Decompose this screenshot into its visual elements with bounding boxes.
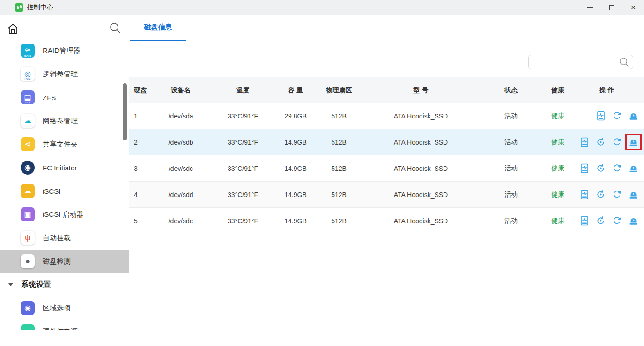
sleep-test-icon[interactable]: z	[612, 216, 622, 226]
cell-actions: z	[570, 111, 644, 121]
search-icon	[619, 57, 629, 67]
cell-health: 健康	[546, 164, 570, 173]
table-row-disk-1[interactable]: 1/dev/sda33°C/91°F29.8GB512BATA Hoodisk_…	[129, 103, 644, 129]
cell-id: 2	[134, 139, 155, 146]
cell-capacity: 14.9GB	[279, 191, 312, 199]
restore-scan-icon[interactable]	[596, 163, 606, 173]
cell-temp: 33°C/91°F	[207, 112, 279, 120]
cell-id: 4	[134, 191, 155, 199]
icon-badge: ZFS	[21, 101, 35, 104]
fc-initiator-icon: ◉	[21, 161, 35, 175]
content: 硬盘设备名温度容 量物理扇区型 号状态健康操 作 1/dev/sda33°C/9…	[129, 41, 644, 346]
cell-actions: z	[570, 190, 644, 199]
column-header-temp: 温度	[207, 86, 279, 95]
sidebar-item-label: RAID管理器	[43, 46, 81, 55]
icon-badge: LVM	[21, 78, 35, 81]
sidebar-item-region-options[interactable]: ◉区域选项	[0, 296, 129, 320]
restore-scan-icon[interactable]	[596, 137, 606, 147]
cell-sector: 512B	[312, 191, 366, 199]
section-collapse-icon	[8, 283, 13, 286]
cell-health: 健康	[546, 191, 570, 199]
restore-scan-icon[interactable]	[596, 190, 606, 199]
close-button[interactable]: ✕	[622, 0, 644, 15]
smart-info-icon[interactable]	[579, 216, 589, 226]
cell-device: /dev/sdc	[155, 165, 207, 172]
table-row-disk-3[interactable]: 3/dev/sdc33°C/91°F14.9GB512BATA Hoodisk_…	[129, 155, 644, 182]
smart-info-icon[interactable]	[579, 190, 589, 199]
table-row-disk-4[interactable]: 4/dev/sdd33°C/91°F14.9GB512BATA Hoodisk_…	[129, 182, 644, 208]
locate-alarm-icon[interactable]	[629, 111, 638, 121]
smart-info-icon[interactable]	[579, 137, 589, 147]
svg-text:z: z	[618, 216, 620, 221]
cell-sector: 512B	[312, 112, 366, 120]
sidebar-item-raid-manager[interactable]: ≋RAIDRAID管理器	[0, 41, 129, 62]
cell-actions: z	[570, 163, 644, 173]
region-options-icon: ◉	[21, 301, 35, 315]
table-search-input[interactable]	[529, 55, 619, 69]
sidebar-item-label: 逻辑卷管理	[43, 70, 78, 79]
sleep-test-icon[interactable]: z	[612, 137, 622, 147]
smart-info-icon[interactable]	[596, 111, 606, 121]
tab-disk-info[interactable]: 磁盘信息	[130, 15, 186, 41]
disk-check-icon: ●	[21, 254, 35, 268]
cell-device: /dev/sda	[155, 112, 207, 120]
cell-model: ATA Hoodisk_SSD	[366, 139, 476, 146]
maximize-button[interactable]	[601, 0, 622, 15]
lvm-manager-icon: ◎LVM	[21, 67, 35, 81]
cell-capacity: 14.9GB	[279, 165, 312, 172]
column-header-actions: 操 作	[570, 86, 644, 95]
cell-id: 1	[134, 112, 155, 120]
table-row-disk-2[interactable]: 2/dev/sdb33°C/91°F14.9GB512BATA Hoodisk_…	[129, 129, 644, 155]
sidebar-item-label: 自动挂载	[43, 234, 71, 243]
sidebar-item-network-volume-manager[interactable]: ☁网络卷管理	[0, 109, 129, 133]
sidebar-scrollbar[interactable]	[123, 83, 127, 140]
cell-id: 3	[134, 165, 155, 172]
sidebar-item-lvm-manager[interactable]: ◎LVM逻辑卷管理	[0, 62, 129, 86]
sleep-test-icon[interactable]: z	[612, 163, 622, 173]
section-label: 系统设置	[21, 280, 51, 290]
sidebar-item-iscsi[interactable]: ☁iSCSI	[0, 179, 129, 203]
sidebar-search-button[interactable]	[108, 21, 122, 35]
cell-id: 5	[134, 217, 155, 225]
cell-device: /dev/sde	[155, 217, 207, 225]
sidebar-item-label: 区域选项	[43, 304, 71, 313]
cell-model: ATA Hoodisk_SSD	[366, 165, 476, 172]
locate-alarm-icon[interactable]	[629, 216, 638, 226]
sleep-test-icon[interactable]: z	[612, 111, 622, 121]
cell-temp: 33°C/91°F	[207, 217, 279, 225]
sidebar-item-disk-check[interactable]: ●磁盘检测	[0, 250, 129, 273]
home-icon	[7, 23, 19, 34]
sidebar-item-label: 共享文件夹	[43, 140, 78, 149]
cell-actions: z	[570, 137, 644, 147]
maximize-icon	[609, 5, 614, 10]
minimize-button[interactable]	[579, 0, 601, 15]
svg-text:z: z	[618, 164, 620, 168]
icon-badge: RAID	[21, 54, 35, 57]
locate-alarm-icon[interactable]	[629, 163, 638, 173]
restore-scan-icon[interactable]	[596, 216, 606, 226]
sidebar-item-label: FC Initiator	[43, 164, 77, 172]
column-header-id: 硬盘	[134, 86, 155, 95]
cell-capacity: 14.9GB	[279, 139, 312, 146]
cell-actions: z	[570, 216, 644, 226]
svg-text:z: z	[618, 138, 620, 142]
smart-info-icon[interactable]	[579, 163, 589, 173]
cell-health: 健康	[546, 112, 570, 120]
sleep-test-icon[interactable]: z	[612, 190, 622, 199]
sidebar-item-shared-folder[interactable]: ⊲共享文件夹	[0, 133, 129, 156]
svg-text:z: z	[618, 111, 620, 116]
locate-alarm-icon[interactable]	[629, 190, 638, 199]
sidebar-section-system-settings[interactable]: 系统设置	[0, 273, 129, 296]
sidebar-item-auto-mount[interactable]: ψ自动挂载	[0, 226, 129, 250]
sidebar-item-fc-initiator[interactable]: ◉FC Initiator	[0, 156, 129, 179]
cell-status: 活动	[476, 217, 546, 225]
table-search-box	[528, 55, 633, 69]
home-button[interactable]	[5, 22, 21, 36]
sidebar-item-iscsi-initiator[interactable]: ▣iSCSI 启动器	[0, 203, 129, 226]
locate-alarm-icon[interactable]	[629, 137, 638, 147]
sidebar-item-partial-item[interactable]: 硬件与电源	[0, 320, 129, 330]
cell-model: ATA Hoodisk_SSD	[366, 217, 476, 225]
table-row-disk-5[interactable]: 5/dev/sde33°C/91°F14.9GB512BATA Hoodisk_…	[129, 208, 644, 234]
sidebar-item-zfs[interactable]: ▤ZFSZFS	[0, 86, 129, 109]
app-icon	[15, 3, 23, 12]
